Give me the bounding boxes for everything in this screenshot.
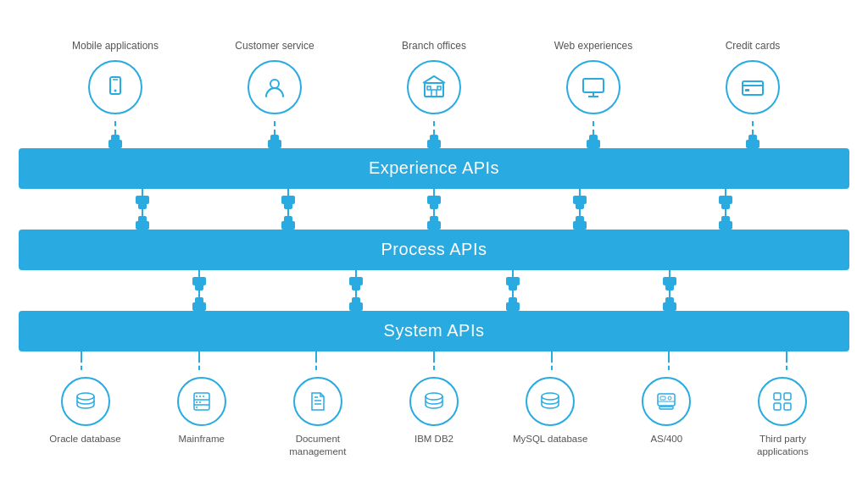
conn-col-c [383,189,485,230]
svg-rect-33 [659,407,673,409]
bottom-connectors [19,351,849,370]
plug-body [349,302,363,311]
conn-col-b [237,189,339,230]
plug [427,196,441,209]
svg-point-32 [668,396,671,400]
svg-rect-37 [784,403,791,410]
icon-label-credit: Credit cards [726,40,781,53]
conn-col-1 [64,121,166,148]
plug [573,196,587,209]
solid-line [725,189,726,196]
svg-rect-6 [427,86,431,90]
plug-top [195,285,203,290]
dashed-line [786,358,787,370]
api-diagram: Mobile applications Customer service Bra… [19,40,849,457]
svg-point-21 [196,401,198,403]
plug-bot [136,216,149,230]
svg-point-20 [203,396,204,397]
bottom-icon-document: Document management [271,377,364,458]
plug [136,196,149,209]
as400-icon [642,377,691,426]
svg-rect-11 [743,81,763,95]
plug-body [281,221,295,230]
solid-line [668,351,670,358]
plug-body [587,140,600,148]
icon-label-customer: Customer service [235,40,314,53]
conn-col-2 [224,121,326,148]
icon-item-credit: Credit cards [702,40,804,114]
plug-top [138,216,147,221]
plug [192,277,206,290]
plug-top [430,204,438,209]
plug-top [589,135,598,140]
solid-line [287,189,289,196]
dashed-line [315,358,317,370]
plug-top [430,135,438,140]
solid-line [355,270,357,277]
icon-item-mobile: Mobile applications [64,40,166,114]
dashed-line [433,121,435,135]
dashed-line [551,358,553,370]
ibmdb2-label: IBM DB2 [415,433,453,445]
solid-line [81,351,82,358]
plug-top [138,204,147,209]
bottom-icons-row: Oracle database Mainframe [19,377,849,458]
top-connectors [19,121,849,148]
plug-body [427,221,441,230]
plug [427,135,441,148]
plug-bot [663,297,676,311]
plug-top [748,135,757,140]
bconn-col-1 [31,351,132,370]
mobile-icon [88,60,142,114]
branch-icon [407,60,461,114]
conn2-col-a [148,270,250,311]
conn2-col-b [305,270,407,311]
solid-line [579,189,581,196]
solid-line [315,351,317,358]
thirdparty-icon [758,377,807,426]
dashed-line [752,121,754,135]
svg-point-14 [77,393,94,400]
icon-label-web: Web experiences [554,40,633,53]
icon-label-mobile: Mobile applications [72,40,159,53]
plug-body [427,196,441,204]
svg-point-22 [199,401,201,403]
plug-bot [427,216,441,230]
process-api-label: Process APIs [381,240,487,259]
plug [268,135,281,148]
plug-top [352,297,360,302]
svg-rect-35 [784,393,791,400]
bconn-col-7 [736,351,837,370]
plug-bot [573,216,587,230]
plug-top [284,204,292,209]
mainframe-label: Mainframe [179,433,225,445]
svg-rect-34 [774,393,781,400]
svg-point-28 [542,393,559,400]
solid-line [433,189,435,196]
solid-line [142,209,143,216]
svg-point-19 [199,396,201,397]
plug-bot [192,297,206,311]
bconn-col-5 [501,351,603,370]
plug-body [746,140,760,148]
plug [108,135,122,148]
plug-top [270,135,279,140]
document-label: Document management [271,433,364,458]
solid-line [512,270,514,277]
plug-top [665,297,674,302]
plug-top [352,285,360,290]
svg-rect-7 [437,86,441,90]
mid-connectors-1 [19,189,849,230]
conn-col-a [92,189,193,230]
conn-col-3 [383,121,485,148]
oracle-label: Oracle database [49,433,120,445]
svg-point-1 [114,89,117,91]
plug-top [576,216,584,221]
conn2-col-d [619,270,721,311]
plug-body [663,277,676,285]
solid-line [551,351,553,358]
document-icon [293,377,342,426]
plug-body [268,140,281,148]
solid-line [198,270,200,277]
plug-top [509,297,517,302]
